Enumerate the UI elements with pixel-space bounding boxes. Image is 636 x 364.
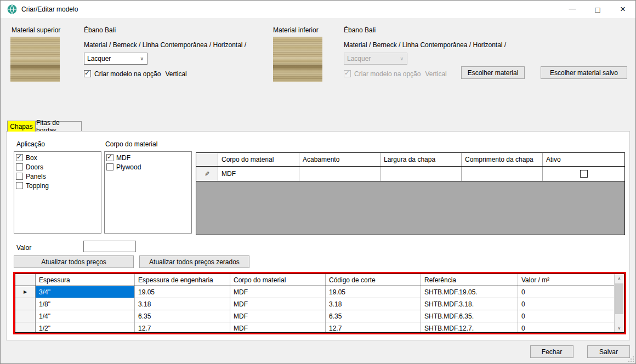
cell-codigo-corte[interactable]: 12.7 xyxy=(326,322,421,332)
doors-checkbox[interactable] xyxy=(16,163,23,170)
plywood-checkbox[interactable] xyxy=(106,163,113,170)
row-header[interactable] xyxy=(15,298,36,310)
maximize-button[interactable]: □ xyxy=(585,1,610,18)
cell-referencia[interactable]: SHTB.MDF.3.18. xyxy=(421,298,518,310)
cell-espessura[interactable]: 3/4" xyxy=(36,286,135,298)
cell-corpo-material[interactable]: MDF xyxy=(230,322,326,332)
cell-espessura[interactable]: 1/8" xyxy=(36,298,135,310)
column-header-comprimento[interactable]: Comprimento da chapa xyxy=(462,153,543,166)
cell-valor-m2[interactable]: 0 xyxy=(518,310,614,322)
mdf-label: MDF xyxy=(116,154,130,162)
tab-fitas-de-bordas[interactable]: Fitas de bordas xyxy=(36,121,82,131)
cell-valor-m2[interactable]: 0 xyxy=(518,298,614,310)
ativo-checkbox[interactable] xyxy=(580,170,588,178)
cell-acabamento[interactable] xyxy=(299,167,381,181)
finish-superior-select[interactable]: Lacquer ∨ xyxy=(84,53,147,65)
column-header-acabamento[interactable]: Acabamento xyxy=(299,153,381,166)
cell-espessura[interactable]: 1/4" xyxy=(36,310,135,322)
price-grid-scrollbar[interactable]: ∧ ∨ xyxy=(614,274,624,332)
cell-espessura-engenharia[interactable]: 19.05 xyxy=(135,286,230,298)
fechar-label: Fechar xyxy=(542,348,562,356)
column-header-espessura-engenharia[interactable]: Espessura de engenharia xyxy=(135,274,230,286)
corpo-material-listbox: MDF Plywood xyxy=(104,151,192,234)
aplicacao-label: Aplicação xyxy=(16,140,45,148)
resize-grip-icon[interactable] xyxy=(628,356,634,362)
chevron-down-icon: ∨ xyxy=(400,56,404,61)
panels-checkbox[interactable] xyxy=(16,173,23,180)
criar-vertical-inferior-option: Vertical xyxy=(425,70,446,78)
row-header-current[interactable]: ▶ xyxy=(15,286,36,298)
scroll-down-button[interactable]: ∨ xyxy=(615,323,624,332)
cell-largura[interactable] xyxy=(381,167,462,181)
tab-chapas[interactable]: Chapas xyxy=(7,121,36,132)
table-row: ▶ 3/4" 19.05 MDF 19.05 SHTB.MDF.19.05. 0 xyxy=(15,286,614,298)
valor-input[interactable] xyxy=(83,241,136,252)
material-superior-image xyxy=(10,37,60,82)
aplicacao-option-topping[interactable]: Topping xyxy=(16,181,101,190)
corpo-option-plywood[interactable]: Plywood xyxy=(106,162,191,172)
column-header-valor-m2[interactable]: Valor / m² xyxy=(518,274,614,286)
material-grid-corner[interactable] xyxy=(196,153,218,166)
cell-espessura-engenharia[interactable]: 3.18 xyxy=(135,298,230,310)
atualizar-precos-zerados-button[interactable]: Atualizar todos preços zerados xyxy=(139,255,249,268)
cell-espessura[interactable]: 1/2" xyxy=(36,322,135,332)
escolher-material-button[interactable]: Escolher material xyxy=(461,66,525,79)
current-row-icon: ▶ xyxy=(24,289,27,294)
table-row: 1/2" 12.7 MDF 12.7 SHTB.MDF.12.7. 0 xyxy=(15,322,614,332)
scrollbar-thumb[interactable] xyxy=(615,283,623,314)
row-header[interactable] xyxy=(15,310,36,322)
aplicacao-option-box[interactable]: Box xyxy=(16,153,101,162)
cell-codigo-corte[interactable]: 19.05 xyxy=(326,286,421,298)
column-header-espessura[interactable]: Espessura xyxy=(36,274,135,286)
cell-espessura-engenharia[interactable]: 6.35 xyxy=(135,310,230,322)
cell-referencia[interactable]: SHTB.MDF.6.35. xyxy=(421,310,518,322)
row-header-edit[interactable]: ✎ xyxy=(196,167,218,181)
close-icon: × xyxy=(620,4,626,15)
close-button[interactable]: × xyxy=(610,1,635,18)
cell-codigo-corte[interactable]: 6.35 xyxy=(326,310,421,322)
criar-vertical-superior-checkbox[interactable] xyxy=(84,70,91,77)
dialog-window: Criar/Editar modelo — □ × Material super… xyxy=(0,0,636,364)
minimize-button[interactable]: — xyxy=(560,1,585,18)
material-superior-label: Material superior xyxy=(12,26,60,34)
atualizar-todos-precos-button[interactable]: Atualizar todos preços xyxy=(14,255,134,268)
cell-corpo-material[interactable]: MDF xyxy=(230,310,326,322)
cell-corpo-material[interactable]: MDF xyxy=(230,286,326,298)
column-header-largura[interactable]: Largura da chapa xyxy=(381,153,462,166)
column-header-ativo[interactable]: Ativo xyxy=(543,153,624,166)
tab-chapas-label: Chapas xyxy=(10,123,32,130)
criar-vertical-inferior-label: Criar modelo na opção xyxy=(354,70,421,78)
box-checkbox[interactable] xyxy=(16,154,23,161)
aplicacao-option-doors[interactable]: Doors xyxy=(16,162,101,172)
aplicacao-option-panels[interactable]: Panels xyxy=(16,172,101,181)
cell-ativo[interactable] xyxy=(543,167,624,181)
column-header-codigo-corte[interactable]: Código de corte xyxy=(326,274,421,286)
topping-checkbox[interactable] xyxy=(16,182,23,189)
escolher-material-salvo-button[interactable]: Escolher material salvo xyxy=(541,66,627,79)
corpo-option-mdf[interactable]: MDF xyxy=(106,153,191,162)
price-grid-corner[interactable] xyxy=(15,274,36,286)
cell-valor-m2[interactable]: 0 xyxy=(518,322,614,332)
cell-corpo[interactable]: MDF xyxy=(218,167,299,181)
minimize-icon: — xyxy=(569,4,576,13)
column-header-corpo-material[interactable]: Corpo do material xyxy=(230,274,326,286)
doors-label: Doors xyxy=(26,163,43,171)
fechar-button[interactable]: Fechar xyxy=(530,345,573,358)
cell-codigo-corte[interactable]: 3.18 xyxy=(326,298,421,310)
column-header-referencia[interactable]: Referência xyxy=(421,274,518,286)
material-inferior-label: Material inferior xyxy=(273,26,319,34)
cell-espessura-engenharia[interactable]: 12.7 xyxy=(135,322,230,332)
cell-valor-m2[interactable]: 0 xyxy=(518,286,614,298)
row-header[interactable] xyxy=(15,322,36,332)
aplicacao-listbox: Box Doors Panels Topping xyxy=(14,151,101,234)
cell-corpo-material[interactable]: MDF xyxy=(230,298,326,310)
atualizar-todos-precos-label: Atualizar todos preços xyxy=(41,258,106,266)
cell-referencia[interactable]: SHTB.MDF.12.7. xyxy=(421,322,518,332)
salvar-button[interactable]: Salvar xyxy=(587,345,630,358)
column-header-corpo[interactable]: Corpo do material xyxy=(218,153,299,166)
cell-referencia[interactable]: SHTB.MDF.19.05. xyxy=(421,286,518,298)
cell-comprimento[interactable] xyxy=(462,167,543,181)
finish-inferior-select: Lacquer ∨ xyxy=(344,53,407,65)
scroll-up-button[interactable]: ∧ xyxy=(615,274,624,283)
mdf-checkbox[interactable] xyxy=(106,154,113,161)
